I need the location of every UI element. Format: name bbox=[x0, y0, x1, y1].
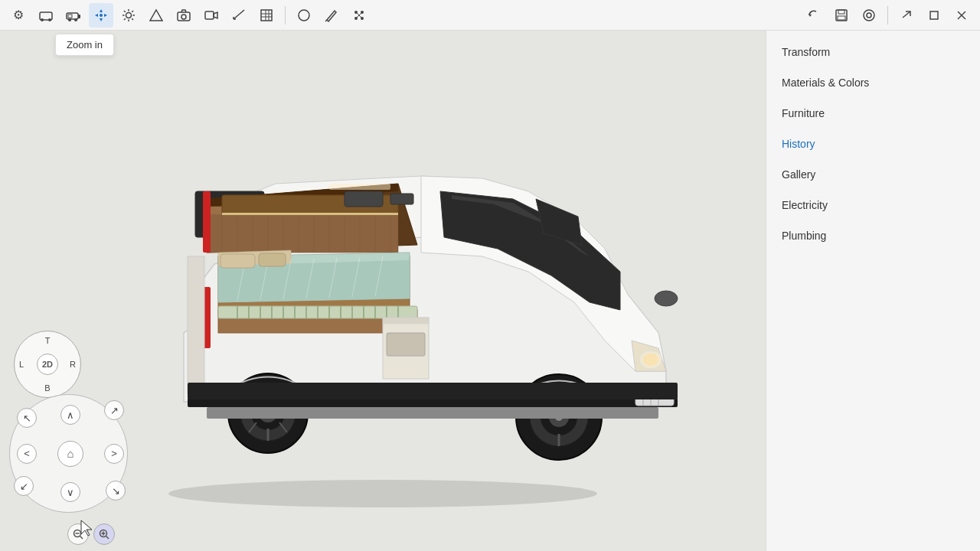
svg-rect-4 bbox=[68, 15, 72, 18]
svg-rect-133 bbox=[345, 191, 383, 207]
svg-point-48 bbox=[168, 480, 597, 507]
tool-vehicle[interactable] bbox=[61, 3, 86, 28]
tool-close[interactable] bbox=[949, 3, 974, 28]
tool-transform[interactable] bbox=[89, 3, 113, 28]
compass-top[interactable]: T bbox=[45, 336, 51, 345]
toolbar: ⚙ bbox=[0, 0, 980, 31]
svg-rect-7 bbox=[78, 15, 80, 18]
panel-electricity[interactable]: Electricity bbox=[766, 190, 980, 220]
compass-2d-button[interactable]: 2D bbox=[37, 354, 58, 375]
tool-video[interactable] bbox=[199, 3, 224, 28]
move-left[interactable]: < bbox=[17, 444, 37, 464]
svg-rect-94 bbox=[387, 333, 425, 356]
tool-nodes[interactable] bbox=[347, 3, 371, 28]
tool-camera[interactable] bbox=[172, 3, 196, 28]
tool-save[interactable] bbox=[829, 3, 854, 28]
zoom-tooltip: Zoom in bbox=[55, 34, 114, 56]
svg-point-31 bbox=[299, 10, 309, 21]
move-up[interactable]: ∧ bbox=[60, 405, 80, 425]
svg-line-139 bbox=[106, 536, 109, 540]
move-upleft[interactable]: ↖ bbox=[17, 408, 37, 428]
svg-point-124 bbox=[655, 291, 678, 306]
tool-undo[interactable] bbox=[802, 3, 826, 28]
tool-restore[interactable] bbox=[922, 3, 946, 28]
move-downleft[interactable]: ↙ bbox=[14, 476, 34, 496]
svg-rect-99 bbox=[188, 256, 204, 394]
svg-rect-134 bbox=[390, 194, 413, 204]
svg-point-20 bbox=[181, 15, 186, 19]
toolbar-right bbox=[802, 3, 974, 28]
svg-rect-21 bbox=[205, 11, 214, 19]
tool-sun[interactable] bbox=[116, 3, 141, 28]
svg-line-32 bbox=[325, 20, 327, 21]
compass-left[interactable]: L bbox=[19, 360, 24, 369]
move-right[interactable]: > bbox=[104, 444, 124, 464]
svg-line-17 bbox=[124, 18, 126, 20]
svg-rect-131 bbox=[188, 383, 678, 399]
svg-marker-18 bbox=[150, 10, 162, 21]
svg-point-8 bbox=[100, 14, 103, 17]
svg-line-23 bbox=[234, 10, 244, 19]
svg-rect-73 bbox=[220, 254, 255, 268]
move-home[interactable]: ⌂ bbox=[57, 441, 83, 467]
zoom-controls bbox=[67, 523, 115, 545]
divider-1 bbox=[285, 6, 286, 24]
panel-transform[interactable]: Transform bbox=[766, 37, 980, 67]
svg-rect-45 bbox=[930, 11, 938, 19]
svg-line-14 bbox=[124, 11, 126, 12]
svg-point-44 bbox=[867, 13, 871, 18]
svg-marker-22 bbox=[214, 12, 217, 18]
svg-point-6 bbox=[74, 18, 77, 21]
tool-measure[interactable] bbox=[227, 3, 251, 28]
svg-line-15 bbox=[132, 18, 133, 20]
svg-rect-96 bbox=[222, 213, 398, 215]
svg-point-5 bbox=[68, 18, 71, 21]
svg-rect-123 bbox=[207, 407, 658, 419]
tool-preview[interactable] bbox=[857, 3, 881, 28]
svg-line-136 bbox=[80, 536, 83, 540]
van-svg bbox=[54, 65, 712, 517]
svg-rect-74 bbox=[259, 253, 286, 266]
panel-furniture[interactable]: Furniture bbox=[766, 98, 980, 129]
tool-circle[interactable] bbox=[292, 3, 316, 28]
svg-rect-132 bbox=[329, 184, 390, 190]
tool-object[interactable] bbox=[34, 3, 58, 28]
divider-2 bbox=[887, 6, 888, 24]
tool-grid[interactable] bbox=[254, 3, 279, 28]
zoom-tooltip-label: Zoom in bbox=[67, 39, 103, 51]
svg-line-16 bbox=[132, 11, 133, 12]
zoom-out-button[interactable] bbox=[67, 523, 89, 545]
svg-rect-42 bbox=[838, 16, 845, 20]
move-down[interactable]: ∨ bbox=[60, 482, 80, 502]
svg-point-1 bbox=[41, 18, 44, 21]
nav-compass[interactable]: T B L R 2D bbox=[14, 331, 81, 398]
right-panel: Transform Materials & Colors Furniture H… bbox=[766, 31, 980, 551]
move-downright[interactable]: ↘ bbox=[106, 481, 126, 500]
svg-rect-97 bbox=[203, 191, 211, 253]
compass-right[interactable]: R bbox=[70, 360, 76, 369]
svg-point-43 bbox=[864, 10, 874, 21]
zoom-in-active[interactable] bbox=[93, 523, 115, 545]
svg-rect-93 bbox=[383, 318, 429, 324]
tool-terrain[interactable] bbox=[144, 3, 168, 28]
panel-materials-colors[interactable]: Materials & Colors bbox=[766, 67, 980, 98]
panel-gallery[interactable]: Gallery bbox=[766, 159, 980, 190]
tool-minimize[interactable] bbox=[894, 3, 919, 28]
tool-settings[interactable]: ⚙ bbox=[6, 3, 31, 28]
panel-plumbing[interactable]: Plumbing bbox=[766, 220, 980, 251]
move-controls[interactable]: ↖ ↗ ∧ ∨ < > ⌂ ↙ ↘ bbox=[9, 394, 132, 513]
panel-history[interactable]: History bbox=[766, 129, 980, 159]
svg-point-9 bbox=[126, 12, 132, 18]
compass-bottom[interactable]: B bbox=[44, 383, 50, 393]
svg-rect-26 bbox=[261, 10, 272, 21]
move-upright[interactable]: ↗ bbox=[104, 400, 124, 420]
svg-point-130 bbox=[643, 354, 658, 366]
svg-point-2 bbox=[48, 18, 51, 21]
viewport[interactable]: T B L R 2D ↖ ↗ ∧ ∨ < > ⌂ ↙ ↘ bbox=[0, 31, 766, 551]
tool-pen[interactable] bbox=[319, 3, 344, 28]
